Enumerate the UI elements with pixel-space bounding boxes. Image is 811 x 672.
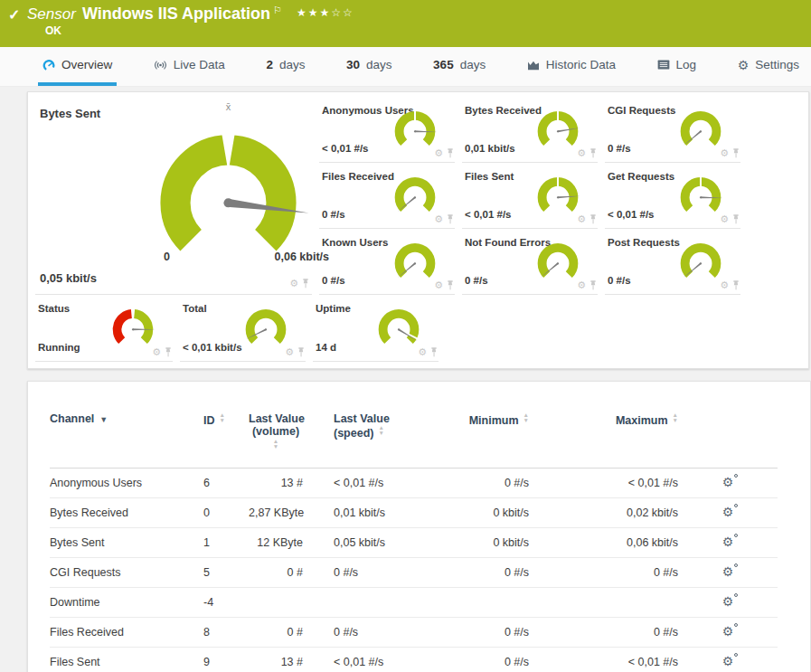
pin-icon[interactable] xyxy=(447,148,454,158)
table-row-bytes-received: Bytes Received02,87 KByte0,01 kbit/s0 kb… xyxy=(50,497,778,527)
sort-icon[interactable]: ▲▼ xyxy=(673,412,678,422)
sort-icon[interactable]: ▲▼ xyxy=(523,412,529,422)
star-filled-icon[interactable]: ★ xyxy=(319,6,331,19)
pin-icon[interactable] xyxy=(732,148,740,158)
column-label: Maximum xyxy=(616,414,668,427)
column-label: Last Value xyxy=(334,412,390,425)
gauge-value: 0,01 kbit/s xyxy=(465,143,515,154)
tab-live-data[interactable]: Live Data xyxy=(149,47,230,86)
tab-2-days[interactable]: 2days xyxy=(261,47,309,86)
channel-id: 6 xyxy=(203,468,249,497)
gauge-settings-icon[interactable]: ⚙ xyxy=(720,148,729,158)
gauge-settings-icon[interactable]: ⚙ xyxy=(720,214,729,224)
channel-settings-icon[interactable]: ⚙ xyxy=(722,476,734,488)
star-empty-icon[interactable]: ☆ xyxy=(331,6,343,19)
pin-icon[interactable] xyxy=(447,280,454,290)
pin-icon[interactable] xyxy=(430,347,438,357)
gauge-icon xyxy=(42,59,55,71)
column-header-id[interactable]: ID▲▼ xyxy=(203,412,249,468)
channel-name: Bytes Received xyxy=(50,497,203,527)
pin-icon[interactable] xyxy=(297,347,305,357)
last-value-volume: 0 # xyxy=(249,557,303,587)
gauge-value: 0 #/s xyxy=(608,143,631,154)
channel-settings-icon[interactable]: ⚙ xyxy=(722,565,734,578)
gauge-settings-icon[interactable]: ⚙ xyxy=(434,214,443,224)
tab-label: Settings xyxy=(755,58,799,71)
column-label: Minimum xyxy=(469,414,519,427)
pin-icon[interactable] xyxy=(447,214,454,224)
channel-settings-icon[interactable]: ⚙ xyxy=(722,506,734,518)
column-sublabel: (volume) xyxy=(252,425,299,438)
table-row-files-sent: Files Sent913 #< 0,01 #/s0 #/s< 0,01 #/s… xyxy=(50,647,778,672)
channel-settings-icon[interactable]: ⚙ xyxy=(722,655,734,667)
gauge-settings-icon[interactable]: ⚙ xyxy=(577,214,586,224)
pin-icon[interactable] xyxy=(589,214,597,224)
gauge-cell-bytes-sent-main: Bytes Sent x̄ 0 0,06 kbit/s 0,05 kbit/s … xyxy=(35,97,312,295)
channel-settings-icon[interactable]: ⚙ xyxy=(722,595,734,608)
gauge-settings-icon[interactable]: ⚙ xyxy=(434,280,443,290)
channel-settings-icon[interactable]: ⚙ xyxy=(722,625,734,638)
tab-365-days[interactable]: 365days xyxy=(429,47,490,86)
last-value-volume: 12 KByte xyxy=(249,527,303,557)
sort-icon[interactable]: ▲▼ xyxy=(220,412,225,422)
column-label: ID xyxy=(203,414,215,427)
tab-historic-data[interactable]: Historic Data xyxy=(523,47,620,86)
pin-icon[interactable] xyxy=(302,279,309,289)
gauge-cell-status: Status Running ⚙ xyxy=(35,295,173,362)
maximum-value: 0,06 kbit/s xyxy=(529,527,678,557)
gauge-settings-icon[interactable]: ⚙ xyxy=(152,347,161,357)
tab-30-days[interactable]: 30days xyxy=(342,47,397,86)
last-value-volume: 13 # xyxy=(249,647,303,672)
channel-settings-icon[interactable]: ⚙ xyxy=(722,535,734,548)
gauge-settings-icon[interactable]: ⚙ xyxy=(577,148,586,158)
star-filled-icon[interactable]: ★ xyxy=(308,6,320,19)
tab-overview[interactable]: Overview xyxy=(38,47,117,86)
star-filled-icon[interactable]: ★ xyxy=(297,6,308,19)
pin-icon[interactable] xyxy=(732,280,740,290)
gauge-settings-icon[interactable]: ⚙ xyxy=(289,279,298,289)
maximum-value: 0 #/s xyxy=(529,617,678,647)
column-header-maximum[interactable]: Maximum▲▼ xyxy=(529,412,678,468)
tab-label: Historic Data xyxy=(546,58,616,71)
pin-icon[interactable] xyxy=(589,280,597,290)
tab-label: Live Data xyxy=(174,58,225,71)
sort-icon[interactable]: ▲▼ xyxy=(273,439,278,449)
gauge-settings-icon[interactable]: ⚙ xyxy=(577,280,586,290)
column-header-last-value[interactable]: Last Value(speed)▲▼ xyxy=(303,412,420,468)
gauge-settings-icon[interactable]: ⚙ xyxy=(720,280,729,290)
column-header-last-value[interactable]: Last Value(volume)▲▼ xyxy=(249,412,303,468)
status-ok-check-icon: ✓ xyxy=(8,6,20,24)
table-row-downtime: Downtime-4⚙ xyxy=(50,587,778,617)
pin-icon[interactable] xyxy=(589,148,597,158)
flag-icon[interactable]: ⚐ xyxy=(273,5,282,15)
gauge-cell-uptime: Uptime 14 d ⚙ xyxy=(313,295,439,362)
column-header-minimum[interactable]: Minimum▲▼ xyxy=(420,412,529,468)
gauge-settings-icon[interactable]: ⚙ xyxy=(285,347,294,357)
channel-id: 1 xyxy=(203,527,249,557)
tab-label: days xyxy=(366,58,392,71)
sort-active-icon[interactable]: ▼ xyxy=(99,415,108,424)
channels-table: Channel▼ID▲▼Last Value(volume)▲▼Last Val… xyxy=(50,412,778,672)
sensor-status-badge: OK xyxy=(0,24,811,37)
table-row-anonymous-users: Anonymous Users613 #< 0,01 #/s0 #/s< 0,0… xyxy=(50,468,778,497)
average-marker: x̄ xyxy=(226,101,231,112)
chart-icon xyxy=(527,60,540,71)
gauges-panel: Bytes Sent x̄ 0 0,06 kbit/s 0,05 kbit/s … xyxy=(27,91,809,369)
priority-stars[interactable]: ★★★☆☆ xyxy=(297,6,354,19)
pin-icon[interactable] xyxy=(732,214,740,224)
tab-prefix: 2 xyxy=(266,58,273,71)
star-empty-icon[interactable]: ☆ xyxy=(343,6,354,19)
sort-icon[interactable]: ▲▼ xyxy=(378,425,383,435)
pin-icon[interactable] xyxy=(165,347,172,357)
column-label: Channel xyxy=(50,412,94,425)
gauge-settings-icon[interactable]: ⚙ xyxy=(434,148,443,158)
gauge-cell-known-users: Known Users 0 #/s ⚙ xyxy=(319,229,455,295)
column-header-actions[interactable] xyxy=(678,412,778,468)
column-header-channel[interactable]: Channel▼ xyxy=(50,412,203,468)
gauge-settings-icon[interactable]: ⚙ xyxy=(418,347,427,357)
column-sublabel: (speed) xyxy=(334,427,373,440)
tab-log[interactable]: Log xyxy=(653,47,702,86)
tab-label: days xyxy=(460,58,486,71)
gauge-cell-bytes-received: Bytes Received 0,01 kbit/s ⚙ xyxy=(462,97,598,163)
tab-settings[interactable]: ⚙Settings xyxy=(733,47,804,86)
